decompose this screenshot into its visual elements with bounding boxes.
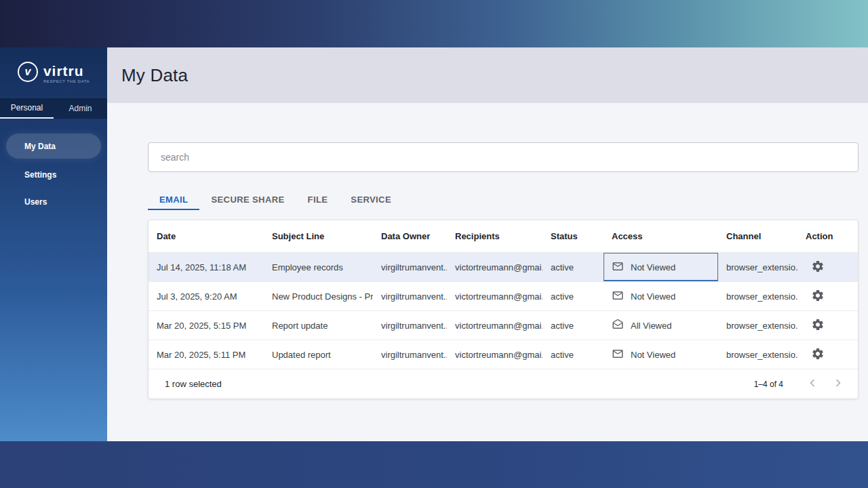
mail-closed-icon — [612, 348, 624, 362]
access-label: All Viewed — [631, 321, 671, 331]
cell-recipients: victortreumann@gmai... — [447, 340, 542, 369]
bottom-gradient-banner — [0, 441, 868, 488]
table-row[interactable]: Mar 20, 2025, 5:11 PM Updated report vir… — [149, 340, 858, 369]
gear-icon — [811, 318, 825, 333]
cell-status: active — [542, 311, 604, 340]
previous-page-button[interactable] — [800, 375, 825, 392]
table-footer: 1 row selected 1–4 of 4 — [149, 369, 858, 399]
cell-recipients: victortreumann@gmai... — [447, 253, 542, 281]
col-header-subject-line: Subject Line — [264, 220, 373, 252]
tab-personal[interactable]: Personal — [0, 98, 54, 119]
access-label: Not Viewed — [631, 350, 675, 360]
next-page-button[interactable] — [825, 375, 851, 392]
selection-count: 1 row selected — [165, 379, 222, 389]
tab-service[interactable]: SERVICE — [339, 190, 403, 210]
cell-date: Mar 20, 2025, 5:11 PM — [149, 340, 264, 369]
cell-access[interactable]: Not Viewed — [604, 282, 718, 310]
cell-action — [797, 282, 858, 310]
access-label: Not Viewed — [631, 291, 675, 302]
access-label: Not Viewed — [631, 262, 675, 272]
tab-file[interactable]: FILE — [296, 190, 340, 210]
page-header: My Data — [107, 47, 868, 103]
search-input[interactable] — [149, 143, 858, 171]
mail-closed-icon — [612, 260, 624, 274]
row-settings-button[interactable] — [811, 289, 825, 304]
col-header-channel: Channel — [718, 220, 797, 252]
cell-owner: virgiltrumanvent... — [373, 311, 447, 340]
cell-status: active — [542, 282, 604, 310]
cell-owner: virgiltrumanvent... — [373, 282, 447, 310]
col-header-data-owner: Data Owner — [373, 220, 447, 252]
cell-subject: New Product Designs - Pro... — [264, 282, 373, 310]
cell-date: Jul 3, 2025, 9:20 AM — [149, 282, 264, 310]
table-header-row: Date Subject Line Data Owner Recipients … — [149, 220, 858, 252]
sidebar: v virtru RESPECT THE DATA Personal Admin… — [0, 47, 107, 441]
chevron-right-icon — [831, 375, 846, 392]
cell-access[interactable]: All Viewed — [604, 311, 718, 340]
sidebar-nav: My Data Settings Users — [0, 134, 107, 216]
top-gradient-banner — [0, 0, 868, 47]
brand-name: virtru — [43, 63, 90, 79]
col-header-action: Action — [797, 220, 858, 252]
table-row[interactable]: Mar 20, 2025, 5:15 PM Report update virg… — [149, 310, 858, 340]
tab-email[interactable]: EMAIL — [148, 190, 199, 210]
cell-channel: browser_extensio... — [718, 282, 797, 310]
row-settings-button[interactable] — [811, 318, 825, 333]
data-table: Date Subject Line Data Owner Recipients … — [148, 220, 859, 399]
cell-subject: Report update — [264, 311, 373, 340]
cell-subject: Employee records — [264, 253, 373, 281]
sidebar-tab-bar: Personal Admin — [0, 98, 107, 119]
cell-action — [797, 253, 858, 281]
row-settings-button[interactable] — [811, 260, 825, 275]
sidebar-item-settings[interactable]: Settings — [0, 161, 107, 188]
pagination-range: 1–4 of 4 — [754, 380, 783, 389]
sidebar-item-my-data[interactable]: My Data — [6, 134, 101, 159]
cell-status: active — [542, 340, 604, 369]
cell-date: Mar 20, 2025, 5:15 PM — [149, 311, 264, 340]
pagination: 1–4 of 4 — [754, 375, 851, 392]
virtru-logo: v virtru RESPECT THE DATA — [0, 62, 107, 83]
virtru-logo-icon: v — [18, 62, 38, 82]
mail-open-icon — [612, 319, 624, 333]
cell-recipients: victortreumann@gmai... — [447, 311, 542, 340]
cell-owner: virgiltrumanvent... — [373, 253, 447, 281]
mail-closed-icon — [612, 289, 624, 304]
cell-channel: browser_extensio... — [718, 253, 797, 281]
cell-channel: browser_extensio... — [718, 340, 797, 369]
col-header-access: Access — [604, 220, 718, 252]
brand-tagline: RESPECT THE DATA — [43, 79, 90, 83]
col-header-status: Status — [542, 220, 604, 252]
cell-access[interactable]: Not Viewed — [604, 340, 718, 369]
gear-icon — [811, 289, 825, 304]
tab-secure-share[interactable]: SECURE SHARE — [199, 190, 296, 210]
cell-recipients: victortreumann@gmai... — [447, 282, 542, 310]
row-settings-button[interactable] — [811, 347, 825, 363]
cell-access[interactable]: Not Viewed — [604, 253, 718, 281]
cell-action — [797, 340, 858, 369]
search-box — [148, 142, 859, 172]
gear-icon — [811, 347, 825, 363]
chevron-left-icon — [805, 375, 820, 392]
tab-admin[interactable]: Admin — [54, 98, 107, 119]
virtru-logo-initial: v — [24, 66, 31, 77]
data-type-tabs: EMAIL SECURE SHARE FILE SERVICE — [148, 190, 859, 210]
col-header-recipients: Recipients — [447, 220, 542, 252]
cell-date: Jul 14, 2025, 11:18 AM — [149, 253, 264, 281]
main-area: My Data EMAIL SECURE SHARE FILE SERVICE … — [107, 47, 868, 441]
cell-subject: Updated report — [264, 340, 373, 369]
cell-status: active — [542, 253, 604, 281]
col-header-date: Date — [149, 220, 264, 252]
table-row[interactable]: Jul 14, 2025, 11:18 AM Employee records … — [149, 252, 858, 281]
cell-action — [797, 311, 858, 340]
gear-icon — [811, 260, 825, 275]
table-row[interactable]: Jul 3, 2025, 9:20 AM New Product Designs… — [149, 281, 858, 310]
cell-channel: browser_extensio... — [718, 311, 797, 340]
cell-owner: virgiltrumanvent... — [373, 340, 447, 369]
page-title: My Data — [121, 65, 188, 86]
sidebar-item-users[interactable]: Users — [0, 188, 107, 216]
